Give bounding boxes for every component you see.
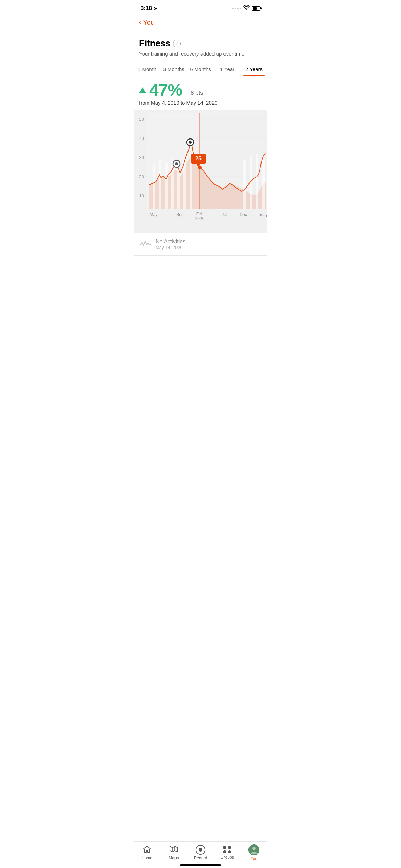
svg-text:Feb: Feb [196,212,204,216]
svg-text:40: 40 [139,136,144,141]
info-icon[interactable]: i [173,40,181,47]
svg-rect-16 [171,159,174,209]
wifi-icon [243,5,250,11]
fitness-header: Fitness i Your training and recovery add… [134,31,267,59]
svg-rect-17 [177,164,180,209]
time-tabs: 1 Month 3 Months 6 Months 1 Year 2 Years [134,59,267,76]
svg-text:Sep: Sep [176,212,184,217]
tab-2years[interactable]: 2 Years [241,63,267,76]
tab-1month[interactable]: 1 Month [134,63,160,76]
tab-3months[interactable]: 3 Months [160,63,187,76]
svg-text:50: 50 [139,117,144,122]
location-arrow-icon: ➤ [154,6,157,11]
title-row: Fitness i [139,38,262,49]
battery-icon [252,6,260,11]
date-range: from May 4, 2019 to May 14, 2020 [139,100,262,106]
svg-text:May: May [150,212,158,217]
back-label: You [143,19,155,26]
svg-text:25: 25 [195,156,202,161]
svg-rect-13 [153,165,155,209]
percent-row: 47% +8 pts [139,82,262,98]
svg-text:20: 20 [139,174,144,179]
pts-badge: +8 pts [187,89,203,98]
back-chevron-icon: ‹ [139,18,142,27]
svg-text:2020: 2020 [195,216,205,221]
trend-up-icon [139,87,146,93]
svg-rect-22 [256,154,258,209]
status-time: 3:18 ➤ [141,5,157,12]
svg-rect-23 [262,155,265,209]
svg-rect-20 [243,160,246,209]
no-activities-row: No Activities May 14, 2020 [134,233,267,256]
fitness-chart[interactable]: 50 40 30 20 10 [134,110,267,233]
no-activities-title: No Activities [156,239,185,245]
svg-rect-18 [183,158,186,209]
tab-6months[interactable]: 6 Months [187,63,214,76]
tab-1year[interactable]: 1 Year [214,63,241,76]
svg-rect-14 [159,160,161,209]
back-navigation[interactable]: ‹ You [134,15,267,31]
no-activities-date: May 14, 2020 [156,245,185,250]
stats-section: 47% +8 pts from May 4, 2019 to May 14, 2… [134,76,267,107]
signal-icon [232,8,241,9]
svg-point-25 [189,141,192,144]
status-bar: 3:18 ➤ [134,0,267,15]
svg-point-27 [175,162,178,165]
page-title: Fitness [139,38,170,49]
svg-rect-15 [165,163,168,209]
svg-text:10: 10 [139,193,144,198]
svg-text:Today: Today [257,212,267,217]
activity-wave-icon [139,239,151,250]
svg-text:Dec: Dec [240,212,247,217]
percent-value: 47% [149,82,182,98]
status-icons [232,5,260,11]
svg-text:30: 30 [139,155,144,160]
svg-text:Jul: Jul [222,212,227,217]
time-display: 3:18 [141,5,152,12]
page-subtitle: Your training and recovery added up over… [139,51,262,57]
